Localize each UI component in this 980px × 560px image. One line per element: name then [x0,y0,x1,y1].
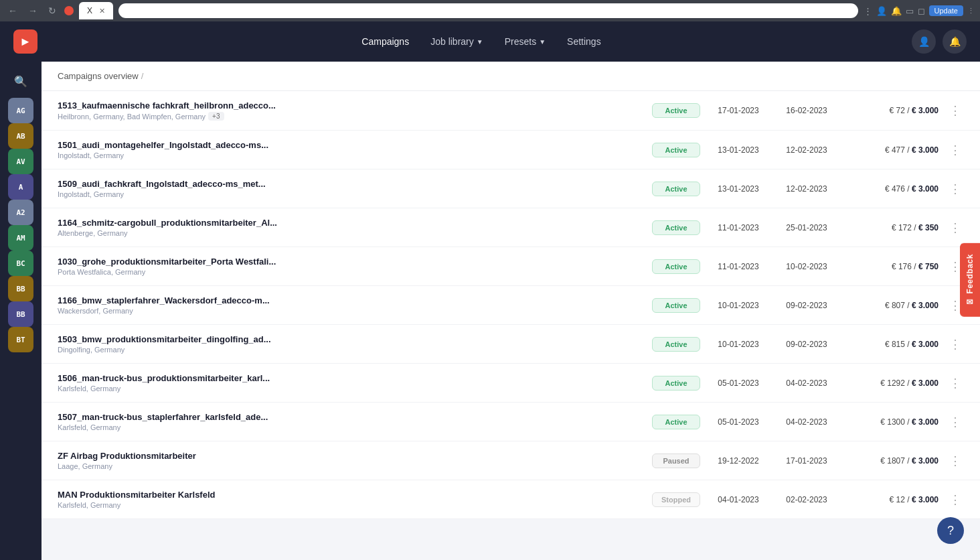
location-text: Altenberge, Germany [58,229,128,237]
nav-job-library[interactable]: Job library ▼ [430,36,483,47]
browser-bar: ← → ↻ X ✕ ⋮ 👤 🔔 ▭ ◻ Update ⋮ [0,0,980,21]
location-text: Porta Westfalica, Germany [58,268,145,276]
more-options-button[interactable]: ⋮ [947,337,964,352]
table-row[interactable]: ZF Airbag Produktionsmitarbeiter Laage, … [42,441,980,480]
more-options-button[interactable]: ⋮ [947,453,964,468]
budget: € 1292 / € 3.000 [845,378,938,388]
search-icon[interactable]: 🔍 [8,68,33,94]
table-row[interactable]: 1506_man-truck-bus_produktionsmitarbeite… [42,364,980,403]
help-icon: ? [947,524,954,538]
campaign-info: 1030_grohe_produktionsmitarbeiter_Porta … [58,257,644,276]
campaign-location: Porta Westfalica, Germany [58,268,644,276]
end-date: 12-02-2023 [777,145,837,155]
budget: € 12 / € 3.000 [845,495,938,504]
table-row[interactable]: 1164_schmitz-cargobull_produktionsmitarb… [42,208,980,247]
table-row[interactable]: 1501_audi_montagehelfer_Ingolstadt_adecc… [42,131,980,169]
feedback-widget[interactable]: ✉ Feedback [960,243,980,317]
campaign-table: 1513_kaufmaennische fachkraft_heilbronn_… [42,91,980,519]
status-badge: Active [652,143,700,157]
more-options-button[interactable]: ⋮ [947,143,964,157]
campaign-name: 1501_audi_montagehelfer_Ingolstadt_adecc… [58,140,644,150]
nav-campaigns[interactable]: Campaigns [361,36,409,47]
user-profile-button[interactable]: 👤 [912,29,936,54]
tab-close-button[interactable]: ✕ [99,7,105,15]
forward-button[interactable]: → [25,4,40,17]
extensions-button[interactable]: ⋮ [864,6,872,16]
campaign-name: 1509_audi_fachkraft_Ingolstadt_adecco-ms… [58,179,644,189]
sidebar-item[interactable]: AV [8,149,33,174]
start-date: 13-01-2023 [708,184,768,194]
help-button[interactable]: ? [937,517,964,544]
tab-favicon [64,6,74,15]
end-date: 04-02-2023 [777,417,837,427]
sidebar-item[interactable]: A2 [8,200,33,225]
budget: € 172 / € 350 [845,223,938,232]
campaign-info: 1513_kaufmaennische fachkraft_heilbronn_… [58,100,644,121]
location-text: Ingolstadt, Germany [58,190,124,198]
sidebar-item[interactable]: AG [8,98,33,123]
end-date: 09-02-2023 [777,301,837,310]
start-date: 05-01-2023 [708,378,768,388]
status-badge: Active [652,415,700,429]
table-row[interactable]: MAN Produktionsmitarbeiter Karlsfeld Kar… [42,480,980,519]
breadcrumb-campaigns[interactable]: Campaigns overview [58,71,139,81]
table-row[interactable]: 1513_kaufmaennische fachkraft_heilbronn_… [42,91,980,131]
table-row[interactable]: 1509_audi_fachkraft_Ingolstadt_adecco-ms… [42,169,980,208]
location-text: Ingolstadt, Germany [58,151,124,159]
status-badge: Paused [652,453,700,468]
url-bar[interactable] [118,3,858,18]
browser-actions: ⋮ 👤 🔔 ▭ ◻ Update ⋮ [864,5,975,16]
extra-locations-tag: +3 [208,112,224,121]
start-date: 11-01-2023 [708,262,768,271]
breadcrumb-separator: / [141,71,144,81]
more-options-button[interactable]: ⋮ [947,376,964,391]
sidebar-item[interactable]: AM [8,225,33,251]
campaign-location: Dingolfing, Germany [58,346,644,354]
campaign-location: Karlsfeld, Germany [58,384,644,393]
campaign-name: 1166_bmw_staplerfahrer_Wackersdorf_adecc… [58,295,644,305]
campaign-info: 1166_bmw_staplerfahrer_Wackersdorf_adecc… [58,295,644,315]
app-logo: ► [13,29,37,54]
end-date: 17-01-2023 [777,456,837,466]
sidebar-item[interactable]: BC [8,251,33,276]
chevron-down-icon: ▼ [477,38,483,46]
sidebar: 🔍 AGABAVAA2AMBCBBBBBT [0,62,42,560]
more-options-button[interactable]: ⋮ [947,103,964,118]
campaign-location: Altenberge, Germany [58,229,644,237]
sidebar-item[interactable]: BT [8,327,33,352]
nav-presets[interactable]: Presets ▼ [505,36,546,47]
sidebar-item[interactable]: A [8,174,33,200]
more-options-button[interactable]: ⋮ [947,220,964,235]
sidebar-item[interactable]: BB [8,301,33,327]
more-options-button[interactable]: ⋮ [947,415,964,429]
table-row[interactable]: 1507_man-truck-bus_staplerfahrer_karlsfe… [42,403,980,441]
cast-button[interactable]: ▭ [906,6,914,16]
more-options-button[interactable]: ⋮ [947,492,964,507]
profile-button[interactable]: 👤 [876,6,887,16]
update-button[interactable]: Update [929,5,963,16]
campaign-name: 1507_man-truck-bus_staplerfahrer_karlsfe… [58,412,644,422]
table-row[interactable]: 1166_bmw_staplerfahrer_Wackersdorf_adecc… [42,286,980,325]
chevron-down-icon: ▼ [539,38,546,46]
notifications-button[interactable]: 🔔 [943,29,967,54]
campaign-name: 1164_schmitz-cargobull_produktionsmitarb… [58,218,644,228]
status-badge: Active [652,182,700,196]
screensaver-button[interactable]: ◻ [918,6,925,16]
table-row[interactable]: 1030_grohe_produktionsmitarbeiter_Porta … [42,247,980,286]
more-options-button[interactable]: ⋮ [947,182,964,196]
campaign-location: Karlsfeld, Germany [58,501,644,509]
menu-button[interactable]: ⋮ [967,7,975,15]
app-navbar: ► Campaigns Job library ▼ Presets ▼ Sett… [0,21,980,62]
sidebar-item[interactable]: BB [8,276,33,301]
budget: € 1300 / € 3.000 [845,417,938,427]
back-button[interactable]: ← [5,4,20,17]
refresh-button[interactable]: ↻ [46,4,59,17]
campaign-name: 1503_bmw_produktionsmitarbeiter_dingolfi… [58,334,644,344]
location-text: Laage, Germany [58,462,112,470]
start-date: 19-12-2022 [708,456,768,466]
browser-tab[interactable]: X ✕ [79,2,113,19]
sidebar-item[interactable]: AB [8,123,33,149]
table-row[interactable]: 1503_bmw_produktionsmitarbeiter_dingolfi… [42,325,980,364]
notifications-browser-button[interactable]: 🔔 [891,6,902,16]
nav-settings[interactable]: Settings [567,36,601,47]
